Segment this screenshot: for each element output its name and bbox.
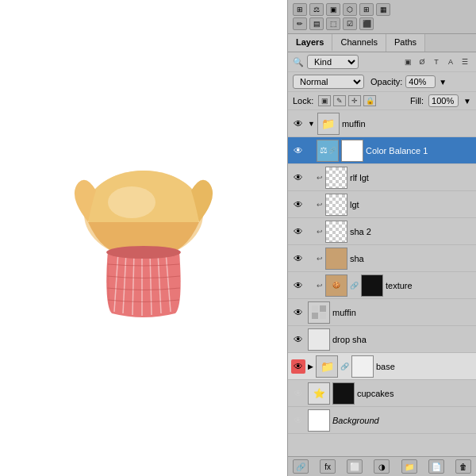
clipping-icon: ↩	[317, 228, 323, 236]
tab-layers[interactable]: Layers	[288, 34, 332, 52]
lock-image-icon[interactable]: ✎	[333, 95, 346, 106]
layer-name: lgt	[350, 200, 473, 209]
tb-icon-3[interactable]: ▣	[326, 3, 340, 16]
visibility-icon[interactable]: 👁	[291, 225, 305, 239]
layer-color-balance[interactable]: 👁 ⚖ 🔗 Color Balance 1	[288, 137, 476, 164]
lock-row: Lock: ▣ ✎ ✛ 🔒 Fill: ▼	[288, 92, 476, 110]
layer-name: sha 2	[350, 227, 473, 236]
visibility-icon[interactable]: 👁	[291, 144, 305, 158]
expand-arrow[interactable]: ▼	[308, 120, 315, 128]
clipping-icon: ↩	[317, 282, 323, 290]
layer-base-group[interactable]: 👁 ▶ 📁 🔗 base	[288, 353, 476, 380]
link-icon[interactable]: 🔗	[293, 459, 309, 474]
tb-icon-8[interactable]: ▤	[309, 17, 324, 30]
top-toolbar: ⊞ ⚖ ▣ ⬡ ⊞ ▦ ✏ ▤ ⬚ ☑ ⬛	[288, 0, 476, 34]
layer-sha2[interactable]: 👁 ↩ sha 2	[288, 218, 476, 245]
fx-icon[interactable]: fx	[320, 459, 336, 474]
visibility-icon[interactable]: 👁	[291, 171, 305, 185]
blend-mode-select[interactable]: Normal	[293, 75, 364, 89]
delete-icon[interactable]: 🗑	[455, 459, 471, 474]
icon-adjust[interactable]: Ø	[416, 56, 428, 67]
icon-type[interactable]: T	[430, 56, 443, 67]
tb-icon-9[interactable]: ⬚	[326, 17, 340, 30]
visibility-icon[interactable]: 👁	[291, 278, 305, 293]
clipping-icon: ↩	[317, 174, 323, 182]
layer-name: base	[376, 362, 473, 371]
group-icon[interactable]: 📁	[401, 459, 417, 474]
icon-more[interactable]: ☰	[459, 56, 471, 67]
layer-rlf-lgt[interactable]: 👁 ↩ rlf lgt	[288, 164, 476, 191]
layer-black-thumb	[332, 382, 355, 405]
visibility-icon[interactable]: 👁	[291, 305, 305, 320]
expand-arrow[interactable]: ▶	[308, 363, 313, 370]
layer-name: muffin	[342, 119, 473, 129]
layer-thumb	[308, 409, 330, 432]
tb-icon-1[interactable]: ⊞	[293, 3, 307, 16]
visibility-icon[interactable]: 👁	[291, 332, 305, 347]
fill-label: Fill:	[410, 96, 424, 106]
layer-muffin-group[interactable]: 👁 ▼ 📁 muffin	[288, 110, 476, 137]
muffin-illustration	[64, 147, 223, 329]
layer-drop-sha[interactable]: 👁 drop sha	[288, 326, 476, 353]
layer-thumb: 📁	[316, 355, 338, 378]
tb-icon-2[interactable]: ⚖	[309, 3, 324, 16]
layer-background[interactable]: 👁 Background	[288, 407, 476, 434]
layer-thumb	[325, 248, 347, 270]
visibility-icon[interactable]: 👁	[291, 251, 305, 266]
visibility-icon[interactable]: 👁	[291, 117, 305, 131]
adjustment-icon[interactable]: ◑	[374, 459, 390, 474]
clipping-icon: ↩	[317, 201, 323, 209]
tb-icon-11[interactable]: ⬛	[359, 17, 374, 30]
svg-point-10	[106, 246, 181, 259]
kind-select[interactable]: Kind	[307, 55, 359, 69]
visibility-icon[interactable]: 👁	[291, 359, 305, 374]
lock-position-icon[interactable]: ✛	[348, 95, 361, 106]
tb-icon-5[interactable]: ⊞	[359, 3, 374, 16]
layer-name: drop sha	[332, 335, 473, 344]
layer-lgt[interactable]: 👁 ↩ lgt	[288, 191, 476, 218]
lock-all-icon[interactable]: 🔒	[363, 95, 376, 106]
layers-list[interactable]: 👁 ▼ 📁 muffin 👁 ⚖ 🔗 Color Balance 1 👁 ↩ r…	[288, 110, 476, 456]
layer-name: texture	[386, 281, 473, 290]
chain-icon: 🔗	[350, 282, 359, 290]
layer-name: Background	[332, 416, 473, 425]
lock-transparent-icon[interactable]: ▣	[318, 95, 331, 106]
visibility-icon[interactable]: 👁	[291, 198, 305, 212]
fill-arrow[interactable]: ▼	[463, 97, 471, 106]
layer-thumb: ⚖ 🔗	[317, 140, 339, 162]
layer-thumb	[325, 167, 347, 189]
tab-paths[interactable]: Paths	[386, 34, 425, 52]
kind-row: 🔍 Kind ▣ Ø T A ☰	[288, 52, 476, 72]
right-panel: ⊞ ⚖ ▣ ⬡ ⊞ ▦ ✏ ▤ ⬚ ☑ ⬛ Layers Channels Pa…	[287, 0, 476, 476]
fill-input[interactable]	[428, 94, 459, 107]
layer-sha[interactable]: 👁 ↩ sha	[288, 245, 476, 272]
chain-icon: 🔗	[340, 363, 349, 370]
visibility-icon[interactable]: 👁	[291, 413, 305, 428]
tb-icon-7[interactable]: ✏	[293, 17, 307, 30]
lock-label: Lock:	[293, 96, 313, 106]
tb-icon-10[interactable]: ☑	[343, 17, 357, 30]
blend-row: Normal Opacity: ▼	[288, 72, 476, 92]
layer-thumb	[308, 301, 330, 324]
clipping-icon: ↩	[317, 255, 323, 263]
layer-name: rlf lgt	[350, 173, 473, 182]
layer-name: cupcakes	[357, 389, 473, 398]
opacity-input[interactable]	[405, 75, 436, 88]
opacity-arrow[interactable]: ▼	[439, 78, 447, 86]
tab-channels[interactable]: Channels	[332, 34, 386, 52]
layer-texture[interactable]: 👁 ↩ 🍪 🔗 texture	[288, 272, 476, 299]
tb-icon-4[interactable]: ⬡	[343, 3, 357, 16]
opacity-label: Opacity:	[370, 77, 402, 86]
icon-pixel[interactable]: ▣	[401, 56, 414, 67]
layer-name: Color Balance 1	[366, 146, 473, 155]
layer-mask-thumb	[351, 355, 374, 378]
layer-cupcakes[interactable]: 👁 ⭐ cupcakes	[288, 380, 476, 407]
mask-icon[interactable]: ⬜	[347, 459, 363, 474]
visibility-icon[interactable]: 👁	[291, 386, 305, 401]
layer-muffin-group2[interactable]: 👁 muffin	[288, 299, 476, 326]
icon-shape[interactable]: A	[444, 56, 457, 67]
layer-thumb: ⭐	[308, 382, 330, 405]
new-layer-icon[interactable]: 📄	[428, 459, 444, 474]
layer-thumb: 🍪	[325, 274, 347, 297]
tb-icon-6[interactable]: ▦	[376, 3, 390, 16]
